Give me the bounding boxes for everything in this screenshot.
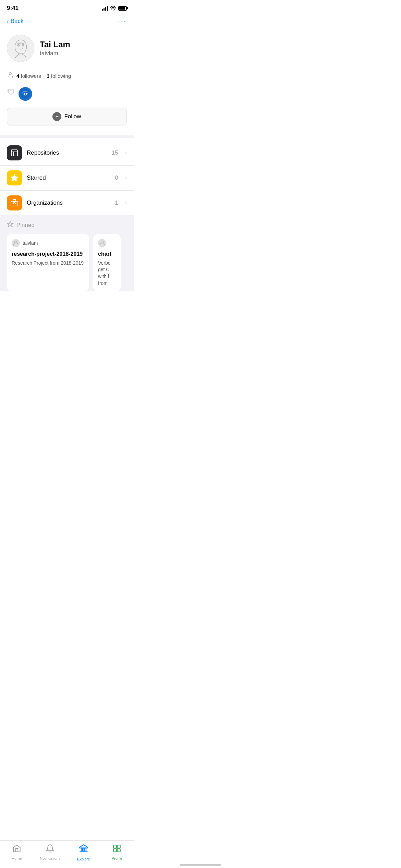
- profile-info: Tai Lam taivlam: [40, 40, 127, 57]
- wifi-icon: [110, 6, 116, 11]
- profile-header: Tai Lam taivlam: [0, 29, 134, 69]
- section-divider-1: [0, 135, 134, 138]
- badge-icon: 22: [19, 87, 32, 101]
- follow-label: Follow: [64, 113, 81, 120]
- starred-count: 0: [115, 174, 118, 181]
- starred-menu-item[interactable]: Starred 0 ›: [0, 166, 134, 191]
- followers-row: 4 followers · 3 following: [0, 69, 134, 84]
- status-time: 9:41: [7, 5, 19, 12]
- card-username-1: taivlam: [23, 240, 38, 246]
- card-avatar-2: [98, 239, 106, 247]
- repositories-chevron-icon: ›: [125, 150, 127, 156]
- person-icon: [7, 72, 14, 80]
- profile-name: Tai Lam: [40, 40, 127, 50]
- starred-chevron-icon: ›: [125, 175, 127, 181]
- organizations-count: 1: [115, 200, 118, 206]
- nav-bar: ‹ Back ···: [0, 14, 134, 29]
- organizations-icon: [7, 195, 22, 210]
- organizations-chevron-icon: ›: [125, 200, 127, 206]
- card-avatar-1: [12, 239, 20, 247]
- separator-dot: ·: [43, 73, 46, 79]
- back-button[interactable]: ‹ Back: [7, 18, 23, 25]
- follow-button-container: + Follow: [0, 106, 134, 132]
- profile-username: taivlam: [40, 50, 127, 57]
- card-repo-name-2: charl: [98, 251, 116, 258]
- battery-icon: [118, 6, 127, 11]
- pin-icon: [7, 221, 14, 229]
- svg-rect-9: [11, 150, 17, 156]
- pinned-header: Pinned: [7, 221, 127, 229]
- repositories-label: Repositories: [27, 149, 107, 156]
- organizations-menu-item[interactable]: Organizations 1 ›: [0, 191, 134, 215]
- card-description-1: Research Project from 2018-2019: [12, 260, 84, 267]
- svg-point-1: [8, 36, 34, 61]
- svg-point-6: [9, 73, 12, 75]
- pinned-cards: taivlam research-project-2018-2019 Resea…: [7, 234, 127, 291]
- organizations-label: Organizations: [27, 200, 110, 206]
- repositories-menu-item[interactable]: Repositories 15 ›: [0, 141, 134, 166]
- followers-text: 4 followers · 3 following: [16, 73, 71, 79]
- pinned-card-1[interactable]: taivlam research-project-2018-2019 Resea…: [7, 234, 89, 291]
- repositories-count: 15: [112, 149, 118, 156]
- follow-plus-icon: +: [52, 112, 61, 121]
- card-description-2: Verboget Cwith lfrom: [98, 260, 116, 287]
- back-label: Back: [11, 18, 24, 25]
- trophy-icon: [7, 89, 15, 99]
- svg-rect-14: [13, 200, 16, 202]
- starred-icon: [7, 170, 22, 185]
- back-chevron-icon: ‹: [7, 18, 9, 25]
- starred-label: Starred: [27, 174, 110, 181]
- status-bar: 9:41: [0, 0, 134, 14]
- follow-button[interactable]: + Follow: [7, 108, 127, 125]
- pinned-title: Pinned: [16, 222, 35, 229]
- svg-marker-12: [11, 174, 18, 181]
- signal-icon: [102, 6, 108, 11]
- svg-point-0: [113, 10, 113, 11]
- svg-text:22: 22: [24, 92, 27, 96]
- repositories-icon: [7, 145, 22, 160]
- following-label: following: [51, 73, 71, 79]
- avatar: [7, 35, 34, 62]
- followers-count: 4: [16, 73, 19, 79]
- badges-row: 22: [0, 84, 134, 106]
- more-dots-icon: ···: [118, 17, 127, 25]
- followers-label: followers: [21, 73, 41, 79]
- status-icons: [102, 6, 127, 11]
- following-count: 3: [47, 73, 49, 79]
- card-header-2: [98, 239, 116, 247]
- pinned-section: Pinned taivlam research-project-2018-201…: [0, 215, 134, 291]
- svg-rect-17: [14, 203, 15, 204]
- menu-section: Repositories 15 › Starred 0 ›: [0, 141, 134, 215]
- more-button[interactable]: ···: [118, 17, 127, 25]
- pinned-card-2[interactable]: charl Verboget Cwith lfrom: [93, 234, 121, 291]
- card-header-1: taivlam: [12, 239, 84, 247]
- card-repo-name-1: research-project-2018-2019: [12, 251, 84, 258]
